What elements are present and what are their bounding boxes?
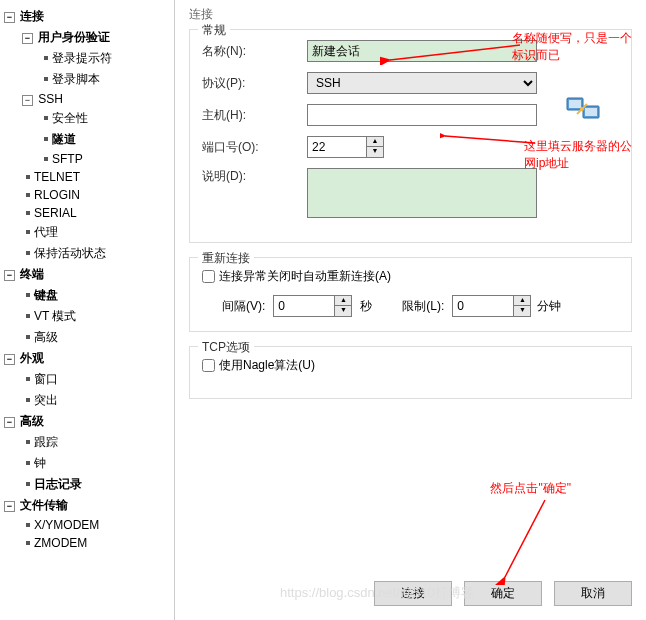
auto-reconnect-label: 连接异常关闭时自动重新连接(A) <box>219 268 391 285</box>
dot-icon <box>26 523 30 527</box>
nagle-checkbox[interactable] <box>202 359 215 372</box>
dot-icon <box>26 193 30 197</box>
dot-icon <box>26 398 30 402</box>
collapse-icon[interactable]: − <box>22 33 33 44</box>
tree-logging[interactable]: 日志记录 <box>4 474 170 495</box>
collapse-icon[interactable]: − <box>4 417 15 428</box>
nagle-label: 使用Nagle算法(U) <box>219 357 315 374</box>
tree-advanced2[interactable]: − 高级 <box>4 411 170 432</box>
collapse-icon[interactable]: − <box>4 354 15 365</box>
dot-icon <box>44 116 48 120</box>
collapse-icon[interactable]: − <box>4 270 15 281</box>
dot-icon <box>26 440 30 444</box>
limit-unit: 分钟 <box>537 298 561 315</box>
cancel-button[interactable]: 取消 <box>554 581 632 606</box>
tree-login-prompt[interactable]: 登录提示符 <box>4 48 170 69</box>
dot-icon <box>26 314 30 318</box>
computers-icon <box>565 96 601 126</box>
dot-icon <box>26 461 30 465</box>
tree-window[interactable]: 窗口 <box>4 369 170 390</box>
tree-xymodem[interactable]: X/YMODEM <box>4 516 170 534</box>
tree-serial[interactable]: SERIAL <box>4 204 170 222</box>
host-input[interactable] <box>307 104 537 126</box>
limit-up-icon[interactable]: ▲ <box>514 296 530 306</box>
tree-keyboard[interactable]: 键盘 <box>4 285 170 306</box>
page-title: 连接 <box>189 6 632 29</box>
port-input[interactable] <box>307 136 367 158</box>
dot-icon <box>44 56 48 60</box>
tree-user-auth[interactable]: − 用户身份验证 <box>4 27 170 48</box>
tree-connection[interactable]: − 连接 <box>4 6 170 27</box>
tree-proxy[interactable]: 代理 <box>4 222 170 243</box>
ok-button[interactable]: 确定 <box>464 581 542 606</box>
limit-input[interactable] <box>452 295 514 317</box>
dot-icon <box>26 175 30 179</box>
interval-up-icon[interactable]: ▲ <box>335 296 351 306</box>
dot-icon <box>44 77 48 81</box>
dot-icon <box>26 377 30 381</box>
interval-input[interactable] <box>273 295 335 317</box>
svg-rect-1 <box>569 100 581 108</box>
tree-login-script[interactable]: 登录脚本 <box>4 69 170 90</box>
tcp-legend: TCP选项 <box>198 339 254 356</box>
interval-label: 间隔(V): <box>222 298 265 315</box>
desc-label: 说明(D): <box>202 168 307 185</box>
dot-icon <box>26 482 30 486</box>
collapse-icon[interactable]: − <box>22 95 33 106</box>
tree-ssh[interactable]: − SSH <box>4 90 170 108</box>
name-label: 名称(N): <box>202 43 307 60</box>
tree-keep-alive[interactable]: 保持活动状态 <box>4 243 170 264</box>
tree-appearance[interactable]: − 外观 <box>4 348 170 369</box>
dot-icon <box>26 541 30 545</box>
host-label: 主机(H): <box>202 107 307 124</box>
tree-terminal[interactable]: − 终端 <box>4 264 170 285</box>
tree-sftp[interactable]: SFTP <box>4 150 170 168</box>
dot-icon <box>26 230 30 234</box>
tree-zmodem[interactable]: ZMODEM <box>4 534 170 552</box>
tree-rlogin[interactable]: RLOGIN <box>4 186 170 204</box>
dot-icon <box>26 211 30 215</box>
dot-icon <box>44 137 48 141</box>
svg-point-4 <box>580 107 584 111</box>
tree-highlight[interactable]: 突出 <box>4 390 170 411</box>
reconnect-fieldset: 重新连接 连接异常关闭时自动重新连接(A) 间隔(V): ▲▼ 秒 限制(L):… <box>189 257 632 332</box>
collapse-icon[interactable]: − <box>4 12 15 23</box>
general-legend: 常规 <box>198 22 230 39</box>
port-down-icon[interactable]: ▼ <box>367 147 383 157</box>
settings-tree-sidebar: − 连接 − 用户身份验证 登录提示符 登录脚本 − SSH 安全性 隧道 SF… <box>0 0 175 620</box>
port-up-icon[interactable]: ▲ <box>367 137 383 147</box>
name-input[interactable] <box>307 40 537 62</box>
limit-label: 限制(L): <box>402 298 444 315</box>
reconnect-legend: 重新连接 <box>198 250 254 267</box>
tcp-fieldset: TCP选项 使用Nagle算法(U) <box>189 346 632 399</box>
protocol-label: 协议(P): <box>202 75 307 92</box>
port-label: 端口号(O): <box>202 139 307 156</box>
main-panel: 连接 常规 名称(N): 协议(P): SSH 主机(H): 端口号(O): <box>175 0 646 620</box>
interval-down-icon[interactable]: ▼ <box>335 306 351 316</box>
dot-icon <box>44 157 48 161</box>
tree-tunnel[interactable]: 隧道 <box>4 129 170 150</box>
tree-file-transfer[interactable]: − 文件传输 <box>4 495 170 516</box>
interval-unit: 秒 <box>360 298 372 315</box>
tree-telnet[interactable]: TELNET <box>4 168 170 186</box>
tree-security[interactable]: 安全性 <box>4 108 170 129</box>
svg-rect-3 <box>585 108 597 116</box>
tree-vt-mode[interactable]: VT 模式 <box>4 306 170 327</box>
tree-bell[interactable]: 钟 <box>4 453 170 474</box>
tree-tracking[interactable]: 跟踪 <box>4 432 170 453</box>
desc-textarea[interactable] <box>307 168 537 218</box>
general-fieldset: 常规 名称(N): 协议(P): SSH 主机(H): 端口号(O): ▲▼ <box>189 29 632 243</box>
protocol-select[interactable]: SSH <box>307 72 537 94</box>
dot-icon <box>26 251 30 255</box>
dot-icon <box>26 293 30 297</box>
dot-icon <box>26 335 30 339</box>
collapse-icon[interactable]: − <box>4 501 15 512</box>
connect-button[interactable]: 连接 <box>374 581 452 606</box>
tree-advanced[interactable]: 高级 <box>4 327 170 348</box>
auto-reconnect-checkbox[interactable] <box>202 270 215 283</box>
limit-down-icon[interactable]: ▼ <box>514 306 530 316</box>
